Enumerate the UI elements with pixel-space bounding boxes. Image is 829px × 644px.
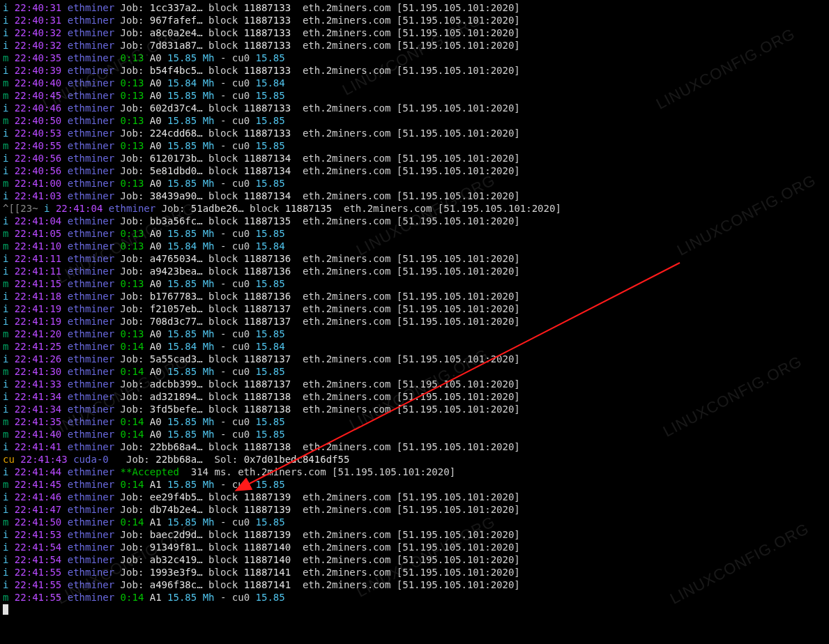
log-line: m 22:40:35 ethminer 0:13 A0 15.85 Mh - c… bbox=[3, 52, 826, 64]
block-number: 11887138 bbox=[244, 404, 291, 415]
uptime: 0:14 bbox=[121, 429, 144, 440]
log-line: m 22:41:25 ethminer 0:14 A0 15.84 Mh - c… bbox=[3, 340, 826, 353]
job-hash: 5e81dbd0… bbox=[150, 165, 203, 176]
hashrate: 15.84 bbox=[167, 240, 197, 252]
timestamp: 22:40:46 bbox=[15, 102, 61, 114]
uptime: 0:14 bbox=[121, 366, 144, 377]
block-number: 11887137 bbox=[244, 316, 291, 327]
gpu-hashrate: 15.85 bbox=[256, 140, 285, 151]
gpu-hashrate: 15.85 bbox=[256, 90, 285, 101]
log-source: ethminer bbox=[68, 479, 114, 490]
timestamp: 22:41:26 bbox=[15, 353, 61, 365]
accepted-count: A1 bbox=[150, 479, 162, 490]
log-level: i bbox=[3, 190, 15, 201]
hashrate: 15.84 bbox=[167, 77, 197, 89]
uptime: 0:13 bbox=[121, 90, 144, 101]
log-line: i 22:40:56 ethminer Job: 6120173b… block… bbox=[3, 152, 826, 164]
log-level: m bbox=[3, 178, 15, 189]
log-level: i bbox=[3, 441, 15, 452]
block-number: 11887133 bbox=[244, 15, 291, 26]
escape-sequence: ^[[23~ bbox=[3, 203, 44, 214]
block-number: 11887135 bbox=[244, 215, 291, 227]
log-source: ethminer bbox=[68, 153, 114, 164]
log-level: i bbox=[3, 404, 15, 415]
log-source: ethminer bbox=[68, 27, 114, 38]
log-line: i 22:40:32 ethminer Job: 7d831a87… block… bbox=[3, 39, 826, 52]
log-source: ethminer bbox=[68, 529, 114, 540]
job-hash: a8c0a2e4… bbox=[150, 27, 203, 38]
block-number: 11887133 bbox=[244, 128, 291, 139]
timestamp: 22:41:44 bbox=[15, 466, 61, 477]
hashrate: 15.85 bbox=[167, 416, 197, 427]
timestamp: 22:41:46 bbox=[15, 491, 61, 503]
job-hash: 3fd5befe… bbox=[150, 404, 203, 415]
job-hash: 91349f81… bbox=[150, 542, 203, 553]
terminal-cursor bbox=[3, 604, 8, 615]
job-hash: ad321894… bbox=[150, 391, 203, 402]
log-level: cu bbox=[3, 454, 15, 465]
accepted-count: A0 bbox=[150, 90, 162, 101]
uptime: 0:13 bbox=[121, 140, 144, 151]
job-hash: 7d831a87… bbox=[150, 40, 203, 51]
job-hash: adcbb399… bbox=[150, 378, 203, 390]
block-number: 11887134 bbox=[244, 153, 291, 164]
timestamp: 22:41:18 bbox=[15, 291, 61, 302]
job-hash: 51adbe26… bbox=[191, 203, 244, 214]
log-level: m bbox=[3, 516, 15, 528]
log-level: m bbox=[3, 429, 15, 440]
gpu-hashrate: 15.84 bbox=[256, 77, 285, 89]
hashrate: 15.84 bbox=[167, 341, 197, 352]
timestamp: 22:41:11 bbox=[15, 266, 61, 277]
block-number: 11887133 bbox=[244, 102, 291, 114]
timestamp: 22:41:19 bbox=[15, 316, 61, 327]
log-level: i bbox=[3, 291, 15, 302]
log-line: i 22:41:54 ethminer Job: 91349f81… block… bbox=[3, 541, 826, 553]
gpu-hashrate: 15.84 bbox=[256, 240, 285, 252]
accepted-count: A0 bbox=[150, 115, 162, 126]
timestamp: 22:41:54 bbox=[15, 542, 61, 553]
log-line: i 22:41:03 ethminer Job: 38439a90… block… bbox=[3, 190, 826, 202]
log-level: m bbox=[3, 366, 15, 377]
hashrate: 15.85 bbox=[167, 592, 197, 603]
log-line: m 22:41:05 ethminer 0:13 A0 15.85 Mh - c… bbox=[3, 227, 826, 240]
timestamp: 22:40:39 bbox=[15, 65, 61, 76]
uptime: 0:13 bbox=[121, 178, 144, 189]
hashrate: 15.85 bbox=[167, 278, 197, 289]
hashrate: 15.85 bbox=[167, 516, 197, 528]
hashrate: 15.85 bbox=[167, 115, 197, 126]
log-level: i bbox=[3, 165, 15, 176]
log-source: ethminer bbox=[68, 253, 114, 264]
block-number: 11887136 bbox=[244, 266, 291, 277]
log-source: ethminer bbox=[68, 15, 114, 26]
timestamp: 22:41:11 bbox=[15, 253, 61, 264]
block-number: 11887140 bbox=[244, 542, 291, 553]
log-level: m bbox=[3, 90, 15, 101]
hashrate: 15.85 bbox=[167, 90, 197, 101]
accepted-count: A0 bbox=[150, 140, 162, 151]
timestamp: 22:40:32 bbox=[15, 27, 61, 38]
log-line: cu 22:41:43 cuda-0 Job: 22bb68a… Sol: 0x… bbox=[3, 453, 826, 466]
job-hash: bb3a56fc… bbox=[150, 215, 203, 227]
timestamp: 22:41:55 bbox=[15, 579, 61, 590]
uptime: 0:13 bbox=[121, 115, 144, 126]
log-line: i 22:40:31 ethminer Job: 967fafef… block… bbox=[3, 14, 826, 26]
log-line: i 22:41:11 ethminer Job: a9423bea… block… bbox=[3, 265, 826, 277]
uptime: 0:13 bbox=[121, 77, 144, 89]
log-source: ethminer bbox=[68, 328, 114, 339]
log-line: i 22:41:44 ethminer **Accepted 314 ms. e… bbox=[3, 466, 826, 478]
accepted-count: A1 bbox=[150, 516, 162, 528]
log-line: i 22:40:39 ethminer Job: b54f4bc5… block… bbox=[3, 64, 826, 77]
log-line: m 22:41:10 ethminer 0:13 A0 15.84 Mh - c… bbox=[3, 240, 826, 252]
gpu-hashrate: 15.85 bbox=[256, 328, 285, 339]
log-level: m bbox=[3, 479, 15, 490]
log-level: m bbox=[3, 52, 15, 63]
job-hash: 224cdd68… bbox=[150, 128, 203, 139]
log-level: i bbox=[3, 554, 15, 565]
timestamp: 22:40:55 bbox=[15, 140, 61, 151]
gpu-hashrate: 15.85 bbox=[256, 178, 285, 189]
gpu-hashrate: 15.85 bbox=[256, 516, 285, 528]
timestamp: 22:41:43 bbox=[20, 454, 67, 465]
log-source: ethminer bbox=[68, 2, 114, 13]
log-source: ethminer bbox=[68, 567, 114, 578]
log-line: i 22:41:55 ethminer Job: a496f38c… block… bbox=[3, 578, 826, 591]
